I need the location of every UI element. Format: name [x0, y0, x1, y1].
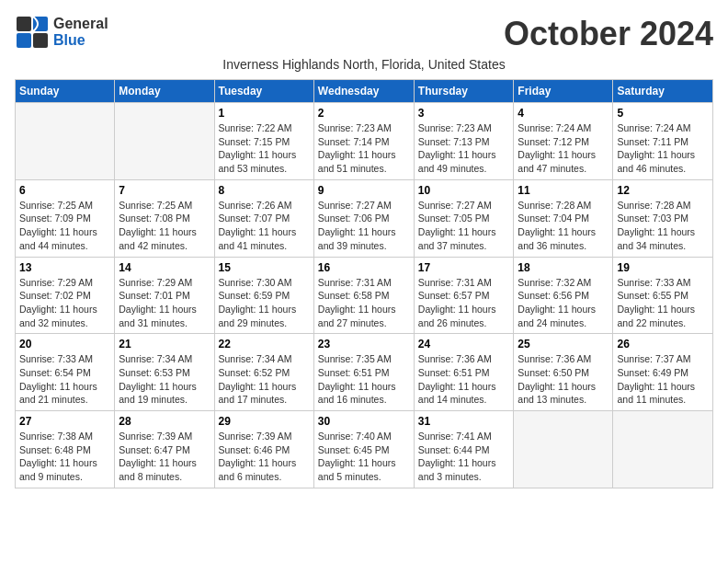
day-info: Sunrise: 7:28 AM Sunset: 7:04 PM Dayligh… — [518, 199, 609, 253]
calendar-cell: 20Sunrise: 7:33 AM Sunset: 6:54 PM Dayli… — [16, 334, 115, 411]
day-number: 31 — [418, 415, 510, 428]
day-number: 19 — [617, 261, 709, 274]
calendar-cell: 7Sunrise: 7:25 AM Sunset: 7:08 PM Daylig… — [115, 179, 214, 257]
calendar-week-3: 13Sunrise: 7:29 AM Sunset: 7:02 PM Dayli… — [16, 257, 713, 334]
day-info: Sunrise: 7:33 AM Sunset: 6:54 PM Dayligh… — [19, 352, 110, 407]
calendar-cell: 2Sunrise: 7:23 AM Sunset: 7:14 PM Daylig… — [313, 103, 414, 180]
calendar-cell: 10Sunrise: 7:27 AM Sunset: 7:05 PM Dayli… — [414, 179, 514, 257]
day-info: Sunrise: 7:34 AM Sunset: 6:52 PM Dayligh… — [219, 352, 310, 407]
day-number: 23 — [318, 338, 410, 350]
day-number: 21 — [119, 338, 210, 350]
day-number: 24 — [418, 338, 510, 350]
logo-general-text: General — [53, 16, 108, 32]
column-header-thursday: Thursday — [414, 80, 514, 103]
column-header-saturday: Saturday — [613, 80, 713, 103]
day-info: Sunrise: 7:25 AM Sunset: 7:08 PM Dayligh… — [119, 199, 210, 253]
day-info: Sunrise: 7:24 AM Sunset: 7:12 PM Dayligh… — [518, 121, 609, 176]
day-info: Sunrise: 7:35 AM Sunset: 6:51 PM Dayligh… — [318, 352, 410, 407]
calendar-cell: 18Sunrise: 7:32 AM Sunset: 6:56 PM Dayli… — [514, 257, 613, 334]
day-number: 25 — [518, 338, 609, 350]
day-info: Sunrise: 7:39 AM Sunset: 6:46 PM Dayligh… — [219, 430, 310, 484]
calendar-cell: 3Sunrise: 7:23 AM Sunset: 7:13 PM Daylig… — [414, 103, 514, 180]
logo-name: General Blue — [53, 16, 108, 48]
day-info: Sunrise: 7:27 AM Sunset: 7:06 PM Dayligh… — [318, 199, 410, 253]
day-number: 6 — [19, 184, 110, 197]
day-info: Sunrise: 7:39 AM Sunset: 6:47 PM Dayligh… — [119, 430, 210, 484]
day-info: Sunrise: 7:41 AM Sunset: 6:44 PM Dayligh… — [418, 430, 510, 484]
day-number: 22 — [219, 338, 310, 350]
calendar-table: SundayMondayTuesdayWednesdayThursdayFrid… — [15, 79, 713, 488]
calendar-cell — [115, 103, 214, 180]
calendar-week-2: 6Sunrise: 7:25 AM Sunset: 7:09 PM Daylig… — [16, 179, 713, 257]
day-number: 17 — [418, 261, 510, 274]
day-info: Sunrise: 7:29 AM Sunset: 7:02 PM Dayligh… — [19, 276, 110, 330]
day-number: 14 — [119, 261, 210, 274]
day-info: Sunrise: 7:36 AM Sunset: 6:50 PM Dayligh… — [518, 352, 609, 407]
svg-rect-0 — [17, 17, 31, 31]
calendar-cell: 16Sunrise: 7:31 AM Sunset: 6:58 PM Dayli… — [313, 257, 414, 334]
day-number: 13 — [19, 261, 110, 274]
day-info: Sunrise: 7:36 AM Sunset: 6:51 PM Dayligh… — [418, 352, 510, 407]
subtitle: Inverness Highlands North, Florida, Unit… — [15, 57, 713, 72]
calendar-cell: 5Sunrise: 7:24 AM Sunset: 7:11 PM Daylig… — [613, 103, 713, 180]
day-info: Sunrise: 7:28 AM Sunset: 7:03 PM Dayligh… — [617, 199, 709, 253]
column-header-sunday: Sunday — [16, 80, 115, 103]
day-info: Sunrise: 7:32 AM Sunset: 6:56 PM Dayligh… — [518, 276, 609, 330]
day-number: 5 — [617, 107, 709, 120]
calendar-cell — [16, 103, 115, 180]
calendar-cell: 28Sunrise: 7:39 AM Sunset: 6:47 PM Dayli… — [115, 411, 214, 488]
calendar-cell: 19Sunrise: 7:33 AM Sunset: 6:55 PM Dayli… — [613, 257, 713, 334]
calendar-cell: 6Sunrise: 7:25 AM Sunset: 7:09 PM Daylig… — [16, 179, 115, 257]
page-header: General Blue October 2024 — [15, 15, 713, 53]
day-number: 20 — [19, 338, 110, 350]
column-header-wednesday: Wednesday — [313, 80, 414, 103]
calendar-cell: 26Sunrise: 7:37 AM Sunset: 6:49 PM Dayli… — [613, 334, 713, 411]
day-number: 4 — [518, 107, 609, 120]
calendar-cell: 8Sunrise: 7:26 AM Sunset: 7:07 PM Daylig… — [214, 179, 313, 257]
day-info: Sunrise: 7:26 AM Sunset: 7:07 PM Dayligh… — [219, 199, 310, 253]
day-info: Sunrise: 7:23 AM Sunset: 7:13 PM Dayligh… — [418, 121, 510, 176]
day-info: Sunrise: 7:38 AM Sunset: 6:48 PM Dayligh… — [19, 430, 110, 484]
day-info: Sunrise: 7:22 AM Sunset: 7:15 PM Dayligh… — [219, 121, 310, 176]
calendar-header-row: SundayMondayTuesdayWednesdayThursdayFrid… — [16, 80, 713, 103]
column-header-monday: Monday — [115, 80, 214, 103]
calendar-cell: 9Sunrise: 7:27 AM Sunset: 7:06 PM Daylig… — [313, 179, 414, 257]
calendar-cell: 29Sunrise: 7:39 AM Sunset: 6:46 PM Dayli… — [214, 411, 313, 488]
day-info: Sunrise: 7:30 AM Sunset: 6:59 PM Dayligh… — [219, 276, 310, 330]
calendar-cell: 21Sunrise: 7:34 AM Sunset: 6:53 PM Dayli… — [115, 334, 214, 411]
calendar-week-5: 27Sunrise: 7:38 AM Sunset: 6:48 PM Dayli… — [16, 411, 713, 488]
day-number: 3 — [418, 107, 510, 120]
calendar-cell: 17Sunrise: 7:31 AM Sunset: 6:57 PM Dayli… — [414, 257, 514, 334]
day-number: 26 — [617, 338, 709, 350]
day-number: 29 — [219, 415, 310, 428]
day-number: 12 — [617, 184, 709, 197]
day-number: 18 — [518, 261, 609, 274]
calendar-cell: 12Sunrise: 7:28 AM Sunset: 7:03 PM Dayli… — [613, 179, 713, 257]
day-info: Sunrise: 7:34 AM Sunset: 6:53 PM Dayligh… — [119, 352, 210, 407]
calendar-cell: 15Sunrise: 7:30 AM Sunset: 6:59 PM Dayli… — [214, 257, 313, 334]
day-info: Sunrise: 7:25 AM Sunset: 7:09 PM Dayligh… — [19, 199, 110, 253]
day-number: 10 — [418, 184, 510, 197]
logo: General Blue — [15, 15, 108, 50]
calendar-week-4: 20Sunrise: 7:33 AM Sunset: 6:54 PM Dayli… — [16, 334, 713, 411]
day-info: Sunrise: 7:33 AM Sunset: 6:55 PM Dayligh… — [617, 276, 709, 330]
day-info: Sunrise: 7:37 AM Sunset: 6:49 PM Dayligh… — [617, 352, 709, 407]
calendar-cell: 23Sunrise: 7:35 AM Sunset: 6:51 PM Dayli… — [313, 334, 414, 411]
svg-rect-3 — [33, 33, 48, 48]
day-info: Sunrise: 7:29 AM Sunset: 7:01 PM Dayligh… — [119, 276, 210, 330]
calendar-cell: 13Sunrise: 7:29 AM Sunset: 7:02 PM Dayli… — [16, 257, 115, 334]
calendar-cell: 24Sunrise: 7:36 AM Sunset: 6:51 PM Dayli… — [414, 334, 514, 411]
day-info: Sunrise: 7:31 AM Sunset: 6:57 PM Dayligh… — [418, 276, 510, 330]
day-number: 28 — [119, 415, 210, 428]
day-number: 16 — [318, 261, 410, 274]
calendar-cell: 11Sunrise: 7:28 AM Sunset: 7:04 PM Dayli… — [514, 179, 613, 257]
svg-rect-2 — [17, 33, 31, 48]
calendar-week-1: 1Sunrise: 7:22 AM Sunset: 7:15 PM Daylig… — [16, 103, 713, 180]
day-number: 2 — [318, 107, 410, 120]
calendar-cell: 4Sunrise: 7:24 AM Sunset: 7:12 PM Daylig… — [514, 103, 613, 180]
calendar-cell — [613, 411, 713, 488]
day-info: Sunrise: 7:31 AM Sunset: 6:58 PM Dayligh… — [318, 276, 410, 330]
day-number: 15 — [219, 261, 310, 274]
logo-blue-text: Blue — [53, 32, 108, 49]
day-number: 27 — [19, 415, 110, 428]
